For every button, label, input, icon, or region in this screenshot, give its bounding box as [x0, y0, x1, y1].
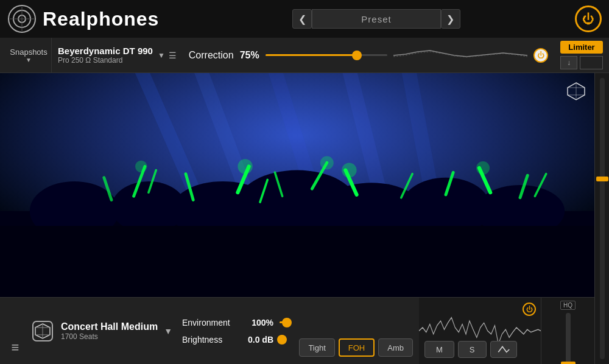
right-output-panel: HQ 0.0 dB Output — [541, 298, 594, 364]
correction-power-button[interactable]: ⏻ — [533, 48, 548, 63]
cube-icon — [565, 80, 587, 102]
brightness-value: 0.0 dB — [237, 335, 273, 345]
environment-row: Environment 100% — [182, 317, 287, 329]
m-button[interactable]: M — [424, 341, 454, 358]
svg-point-43 — [238, 159, 252, 173]
center-area: ≡ Concert Hall Medium 1700 Seats ▼ — [0, 73, 594, 364]
headphone-info: Beyerdynamic DT 990 Pro 250 Ω Standard — [58, 46, 153, 65]
env-cube-icon — [30, 319, 55, 343]
limiter-display — [580, 56, 603, 69]
tight-button[interactable]: Tight — [299, 338, 334, 357]
env-value: 100% — [237, 318, 273, 327]
main-content: ≡ Concert Hall Medium 1700 Seats ▼ — [0, 73, 609, 364]
correction-label: Correction — [189, 50, 234, 61]
main-fader-thumb[interactable] — [596, 177, 608, 181]
power-icon: ⏻ — [582, 12, 594, 26]
snapshots-area[interactable]: Snapshots ▼ — [6, 38, 52, 72]
correction-eq-graph — [393, 43, 527, 68]
svg-point-44 — [320, 156, 334, 169]
main-fader-track — [600, 78, 605, 359]
preset-next-button[interactable]: ❯ — [441, 9, 460, 29]
env-label: Environment — [182, 318, 231, 327]
headphone-name: Beyerdynamic DT 990 — [58, 46, 153, 56]
correction-slider-thumb[interactable] — [352, 51, 362, 60]
menu-bottom: ≡ — [6, 303, 24, 359]
logo-icon — [7, 4, 37, 33]
snapshots-arrow: ▼ — [26, 57, 32, 63]
correction-slider-track — [266, 54, 387, 56]
limiter-panel: Limiter ↓ — [560, 41, 603, 69]
env-slider-thumb[interactable] — [282, 318, 292, 327]
limiter-hq-section: HQ — [541, 298, 594, 313]
svg-rect-27 — [0, 226, 594, 297]
snapshots-label: Snapshots — [10, 47, 47, 57]
bottom-panel: ≡ Concert Hall Medium 1700 Seats ▼ — [0, 297, 594, 364]
hq-badge: HQ — [560, 301, 576, 310]
tail-button[interactable] — [490, 341, 518, 358]
header-row: Snapshots ▼ Beyerdynamic DT 990 Pro 250 … — [0, 38, 609, 73]
bottom-menu-button[interactable]: ≡ — [6, 340, 24, 355]
env-slider-track — [280, 321, 287, 323]
preset-nav: ❮ Preset ❯ — [184, 9, 569, 29]
ms-buttons-row: M S — [419, 341, 523, 358]
brightness-slider-thumb[interactable] — [277, 335, 287, 345]
env-name: Concert Hall Medium — [61, 321, 158, 332]
brightness-label: Brightness — [182, 335, 231, 345]
top-bar: Realphones ❮ Preset ❯ ⏻ — [0, 0, 609, 38]
preset-buttons-area: Tight FOH Amb — [293, 298, 419, 364]
concert-image — [0, 73, 594, 297]
env-graph-area: ⏻ M S — [419, 298, 541, 364]
svg-point-46 — [476, 161, 490, 175]
s-button[interactable]: S — [458, 341, 487, 358]
brightness-slider-track — [280, 338, 287, 340]
app-title: Realphones — [43, 8, 159, 30]
correction-slider[interactable] — [266, 49, 387, 61]
headphone-sub: Pro 250 Ω Standard — [58, 56, 153, 65]
env-info: Concert Hall Medium 1700 Seats — [61, 321, 158, 341]
headphone-dropdown-arrow[interactable]: ▼ — [158, 51, 165, 60]
env-slider[interactable] — [280, 317, 287, 329]
preset-prev-button[interactable]: ❮ — [292, 9, 312, 29]
main-power-button[interactable]: ⏻ — [575, 5, 602, 32]
app-container: Realphones ❮ Preset ❯ ⏻ Snapshots ▼ Beye… — [0, 0, 609, 364]
env-sub: 1700 Seats — [61, 332, 158, 341]
foh-button[interactable]: FOH — [339, 338, 375, 357]
limiter-down-button[interactable]: ↓ — [560, 56, 577, 69]
env-power-button[interactable]: ⏻ — [523, 303, 536, 316]
brightness-slider[interactable] — [280, 334, 287, 346]
correction-value: 75% — [240, 50, 259, 61]
amb-button[interactable]: Amb — [378, 338, 413, 357]
main-fader-strip — [594, 73, 609, 364]
correction-power-icon: ⏻ — [537, 51, 544, 60]
fader-thumb[interactable] — [561, 362, 576, 364]
correction-area: Correction 75% ⏻ — [189, 43, 554, 68]
env-dropdown-arrow[interactable]: ▼ — [164, 326, 172, 336]
env-controls: Environment 100% Brightness 0.0 dB — [176, 298, 293, 364]
svg-point-42 — [135, 161, 147, 173]
brightness-row: Brightness 0.0 dB — [182, 334, 287, 346]
fader-track — [566, 313, 571, 364]
correction-slider-fill — [266, 54, 357, 56]
svg-point-45 — [342, 163, 356, 177]
headphone-menu-icon[interactable]: ☰ — [169, 51, 177, 60]
limiter-button[interactable]: Limiter — [560, 41, 603, 54]
logo-area: Realphones — [7, 4, 178, 33]
preset-label-display: Preset — [312, 9, 440, 29]
concert-scene — [0, 73, 594, 297]
env-left-section: ≡ Concert Hall Medium 1700 Seats ▼ — [0, 298, 176, 364]
env-power-icon: ⏻ — [526, 306, 533, 313]
fader-area — [541, 313, 594, 364]
